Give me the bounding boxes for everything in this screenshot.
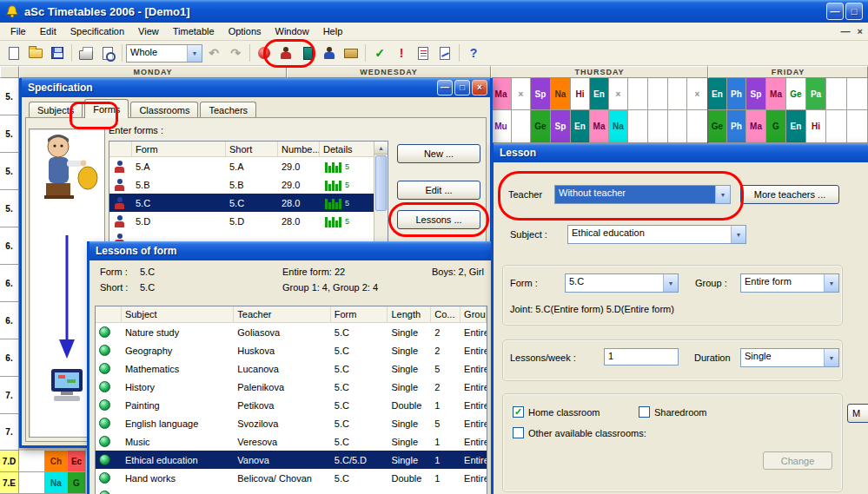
timetable-cell[interactable]	[628, 78, 648, 110]
lesson-row[interactable]: English language Svozilova 5.C Single 5 …	[96, 414, 487, 432]
print-preview-button[interactable]	[97, 43, 118, 63]
subjects-button[interactable]	[254, 43, 275, 63]
open-button[interactable]	[25, 43, 46, 63]
timetable-cell[interactable]: Ec	[68, 451, 86, 472]
tab-classrooms[interactable]: Classrooms	[130, 102, 198, 118]
child-minimize-button[interactable]: —	[841, 26, 851, 36]
print-button[interactable]	[76, 43, 96, 63]
forms-row-selected[interactable]: 5.C 5.C 28.0 5	[109, 194, 388, 212]
timetable-cell[interactable]	[826, 78, 847, 110]
forms-row[interactable]: 5.D 5.D 28.0 5	[109, 212, 388, 230]
forms-row[interactable]: 5.B 5.B 29.0 5	[109, 175, 388, 194]
more-teachers-button[interactable]: More teachers ...	[740, 185, 839, 204]
timetable-cell[interactable]: Ge	[531, 110, 551, 143]
timetable-cell[interactable]	[628, 110, 648, 143]
timetable-cell[interactable]: 6.	[0, 302, 19, 339]
timetable-cell[interactable]: 5.	[0, 153, 19, 190]
form-column-header[interactable]: Form	[331, 306, 388, 322]
menu-timetable[interactable]: Timetable	[166, 24, 222, 38]
timetable-cell[interactable]	[648, 110, 668, 143]
design-button[interactable]	[434, 43, 455, 63]
timetable-cell[interactable]: Na	[609, 110, 628, 143]
timetable-cell[interactable]	[648, 78, 668, 110]
timetable-cell[interactable]: Ma	[746, 110, 766, 143]
lesson-row[interactable]: History Palenikova 5.C Single 2 Entire..…	[96, 378, 487, 396]
timetable-cell[interactable]: Ma	[590, 110, 609, 143]
timetable-cell[interactable]: 6.	[0, 265, 19, 302]
icon-column-header[interactable]	[96, 306, 122, 322]
new-document-button[interactable]	[3, 43, 24, 63]
menu-window[interactable]: Window	[268, 24, 316, 38]
teachers-button[interactable]	[319, 43, 340, 63]
timetable-cell[interactable]	[668, 110, 687, 143]
timetable-cell[interactable]	[847, 78, 868, 110]
form-column-header[interactable]: Form	[132, 142, 226, 156]
maximize-button[interactable]: □	[454, 80, 470, 96]
timetable-cell[interactable]: 6.	[0, 227, 19, 265]
timetable-cell[interactable]: Sp	[746, 78, 766, 110]
menu-edit[interactable]: Edit	[33, 24, 63, 38]
timetable-cell[interactable]: G	[68, 472, 86, 494]
timetable-cell[interactable]: Sp	[551, 110, 571, 143]
short-column-header[interactable]: Short	[226, 142, 278, 156]
close-icon[interactable]: ×	[472, 80, 487, 96]
child-close-button[interactable]: ×	[858, 26, 863, 36]
new-form-button[interactable]: New ...	[397, 144, 480, 163]
timetable-cell[interactable]: Ma	[491, 78, 512, 110]
timetable-cell[interactable]: 5.	[0, 78, 19, 115]
form-select[interactable]: 5.C ▼	[565, 273, 679, 293]
timetable-cell[interactable]: En	[571, 110, 590, 143]
save-button[interactable]	[47, 43, 68, 63]
timetable-cell[interactable]	[512, 110, 531, 143]
check-button[interactable]: ✓	[369, 43, 390, 63]
tab-forms[interactable]: Forms	[84, 99, 129, 118]
duration-select[interactable]: Single ▼	[740, 348, 839, 367]
timetable-cell[interactable]: En	[708, 78, 727, 110]
timetable-cell[interactable]: 7.E	[0, 472, 19, 494]
restore-button[interactable]: □	[845, 3, 863, 20]
home-classroom-checkbox[interactable]: ✓	[513, 406, 524, 418]
timetable-cell[interactable]: 7.	[0, 414, 19, 451]
teacher-select[interactable]: Without teacher ▼	[554, 185, 731, 204]
rooms-button[interactable]	[341, 43, 361, 63]
group-select[interactable]: Entire form ▼	[740, 273, 839, 293]
edit-form-button[interactable]: Edit ...	[397, 181, 480, 200]
lesson-row[interactable]: Mathematics Lucanova 5.C Single 5 Entire…	[96, 359, 487, 378]
group-column-header[interactable]: Group	[461, 306, 487, 322]
timetable-cell[interactable]	[847, 110, 868, 143]
scroll-up-icon[interactable]: ▲	[374, 142, 388, 155]
timetable-cell[interactable]: Na	[45, 472, 68, 494]
menu-file[interactable]: File	[3, 24, 33, 38]
timetable-cell[interactable]: 7.D	[0, 451, 19, 472]
timetable-cell[interactable]: Mu	[491, 110, 512, 143]
minimize-button[interactable]: —	[437, 80, 453, 96]
timetable-cell[interactable]: 5.	[0, 190, 19, 227]
timetable-cell[interactable]	[687, 110, 708, 143]
timetable-cell[interactable]: 5.	[0, 115, 19, 153]
timetable-cell[interactable]: 6.	[0, 339, 19, 377]
count-column-header[interactable]: Co...	[431, 306, 461, 322]
menu-help[interactable]: Help	[316, 24, 350, 38]
view-scope-select[interactable]: Whole ▼	[126, 44, 202, 63]
timetable-cell[interactable]	[668, 78, 687, 110]
lesson-row[interactable]: Geography Huskova 5.C Single 2 Entire...	[96, 341, 487, 359]
classrooms-button[interactable]	[297, 43, 318, 63]
timetable-cell[interactable]: Ch	[45, 451, 68, 472]
tab-subjects[interactable]: Subjects	[29, 102, 83, 118]
menu-specification[interactable]: Specification	[63, 24, 131, 38]
details-column-header[interactable]: Details	[320, 142, 375, 156]
menu-view[interactable]: View	[131, 24, 166, 38]
scrollbar-thumb[interactable]	[375, 155, 387, 211]
lesson-row[interactable]: Painting Petikova 5.C Double 1 Entire...	[96, 396, 487, 414]
teacher-column-header[interactable]: Teacher	[234, 306, 330, 322]
lesson-row[interactable]: Hand works Belicova/ Chovan 5.C Double 1…	[96, 469, 487, 487]
report-button[interactable]	[413, 43, 434, 63]
timetable-cell[interactable]: Ge	[786, 78, 806, 110]
timetable-cell[interactable]: 7.	[0, 377, 19, 414]
timetable-cell[interactable]: En	[786, 110, 806, 143]
lesson-row[interactable]: Music Veresova 5.C Single 1 Entire...	[96, 432, 487, 451]
timetable-cell[interactable]: ×	[687, 78, 708, 110]
timetable-cell[interactable]	[826, 110, 847, 143]
important-button[interactable]: !	[391, 43, 412, 63]
timetable-cell[interactable]	[19, 472, 45, 494]
